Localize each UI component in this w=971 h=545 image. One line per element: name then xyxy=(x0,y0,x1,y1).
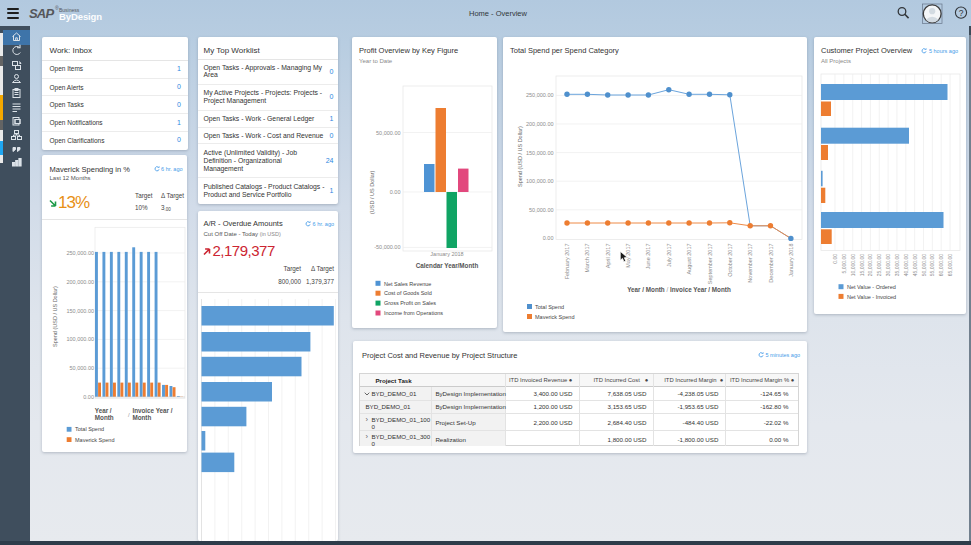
svg-text:0.00: 0.00 xyxy=(83,394,94,400)
svg-text:Spend (USD / US Dollar): Spend (USD / US Dollar) xyxy=(52,286,58,347)
svg-text:25,000.00: 25,000.00 xyxy=(876,254,882,276)
svg-text:55,000.00: 55,000.00 xyxy=(929,254,935,276)
svg-text:50,000.00: 50,000.00 xyxy=(921,254,927,276)
svg-text:200,000.00: 200,000.00 xyxy=(526,121,554,127)
svg-text:15,000.00: 15,000.00 xyxy=(859,254,865,276)
svg-text:Net Value - Invoiced: Net Value - Invoiced xyxy=(847,294,896,300)
svg-text:Cost of Goods Sold: Cost of Goods Sold xyxy=(384,290,432,296)
svg-text:200,000.00: 200,000.00 xyxy=(66,279,94,285)
svg-text:Net Value - Ordered: Net Value - Ordered xyxy=(847,284,896,290)
svg-text:100,000.00: 100,000.00 xyxy=(66,336,94,342)
svg-text:5,000.00: 5,000.00 xyxy=(841,254,847,274)
svg-text:Calendar Year/Month: Calendar Year/Month xyxy=(416,262,479,269)
svg-text:/: / xyxy=(127,412,129,418)
svg-text:150,000.00: 150,000.00 xyxy=(66,308,94,314)
svg-text:20,000.00: 20,000.00 xyxy=(867,254,873,276)
svg-text:-50,000.00: -50,000.00 xyxy=(374,244,400,250)
svg-text:Month: Month xyxy=(132,414,151,421)
svg-text:0.00: 0.00 xyxy=(543,235,554,241)
svg-text:(USD / US Dollar): (USD / US Dollar) xyxy=(369,170,375,214)
svg-text:Maverick Spend: Maverick Spend xyxy=(535,314,574,320)
svg-text:January 2018: January 2018 xyxy=(788,244,794,277)
svg-text:250,000.00: 250,000.00 xyxy=(66,250,94,256)
svg-text:Year / Month / Invoice Year /: Year / Month / Invoice Year / Month xyxy=(627,286,731,293)
svg-text:January 2018: January 2018 xyxy=(430,251,463,257)
svg-text:Net Sales Revenue: Net Sales Revenue xyxy=(384,281,431,287)
svg-text:Maverick Spend: Maverick Spend xyxy=(75,437,114,443)
svg-text:35,000.00: 35,000.00 xyxy=(894,254,900,276)
svg-text:August 2017: August 2017 xyxy=(686,244,692,275)
svg-text:40,000.00: 40,000.00 xyxy=(903,254,909,276)
svg-text:50,000.00: 50,000.00 xyxy=(69,365,93,371)
svg-text:Year /: Year / xyxy=(94,407,111,414)
svg-text:Invoice Year /: Invoice Year / xyxy=(132,407,172,414)
svg-text:Month: Month xyxy=(94,414,113,421)
svg-text:February 2017: February 2017 xyxy=(564,244,570,280)
svg-text:65,000.00: 65,000.00 xyxy=(947,254,953,276)
svg-text:Gross Profit on Sales: Gross Profit on Sales xyxy=(384,300,436,306)
svg-text:10,000.00: 10,000.00 xyxy=(850,254,856,276)
svg-text:250,000.00: 250,000.00 xyxy=(526,92,554,98)
svg-text:50,000.00: 50,000.00 xyxy=(376,130,400,136)
svg-text:30,000.00: 30,000.00 xyxy=(885,254,891,276)
svg-text:50,000.00: 50,000.00 xyxy=(529,207,553,213)
svg-text:September 2017: September 2017 xyxy=(707,244,713,285)
svg-text:Total Spend: Total Spend xyxy=(535,304,564,310)
svg-text:?: ? xyxy=(959,8,964,18)
svg-text:0.00: 0.00 xyxy=(832,254,838,264)
svg-text:July 2017: July 2017 xyxy=(666,244,672,268)
svg-text:100,000.00: 100,000.00 xyxy=(526,178,554,184)
svg-text:Total Spend: Total Spend xyxy=(75,426,104,432)
svg-text:45,000.00: 45,000.00 xyxy=(912,254,918,276)
svg-text:December 2017: December 2017 xyxy=(768,244,774,283)
svg-text:Income from Operations: Income from Operations xyxy=(384,310,443,316)
svg-text:June 2017: June 2017 xyxy=(645,244,651,270)
svg-text:Spend (USD / US Dollar): Spend (USD / US Dollar) xyxy=(517,126,523,187)
svg-text:October 2017: October 2017 xyxy=(727,244,733,277)
svg-text:November 2017: November 2017 xyxy=(747,244,753,283)
svg-text:60,000.00: 60,000.00 xyxy=(938,254,944,276)
svg-text:March 2017: March 2017 xyxy=(584,244,590,273)
svg-text:April 2017: April 2017 xyxy=(605,244,611,269)
svg-text:150,000.00: 150,000.00 xyxy=(526,150,554,156)
svg-text:0.00: 0.00 xyxy=(390,189,401,195)
